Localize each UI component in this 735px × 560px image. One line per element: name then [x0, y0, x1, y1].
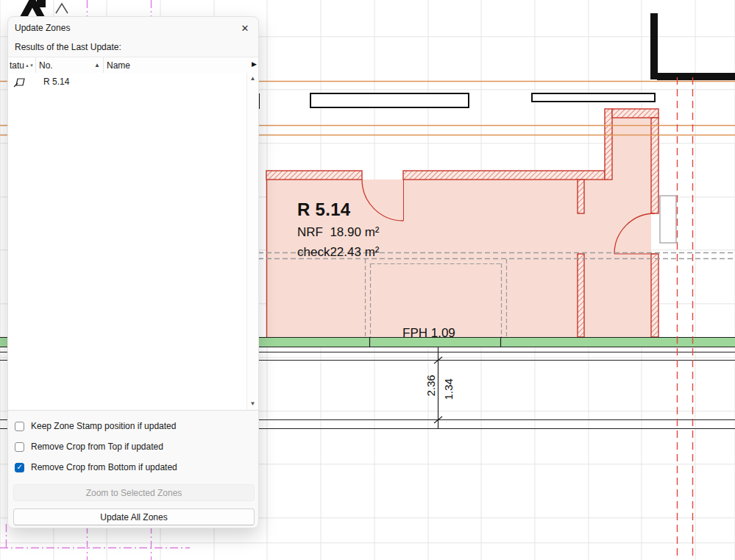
column-outline	[660, 196, 676, 243]
sort-down-icon: ▼	[29, 63, 34, 68]
checkbox-label: Remove Crop from Bottom if updated	[31, 462, 177, 472]
dialog-title: Update Zones	[15, 23, 70, 33]
checkbox-remove-crop-top[interactable]: Remove Crop from Top if updated	[15, 439, 252, 454]
close-button[interactable]: ✕	[238, 21, 252, 35]
zone-stamp-check: check22.43 m²	[297, 246, 380, 259]
table-body: R 5.14 ▲ ▼	[8, 73, 258, 410]
scroll-up-icon[interactable]: ▲	[247, 75, 258, 82]
column-header-name[interactable]: Name	[104, 57, 258, 73]
checkbox-box[interactable]	[15, 463, 24, 472]
checkbox-keep-zone-stamp[interactable]: Keep Zone Stamp position if updated	[15, 419, 252, 433]
checkbox-label: Remove Crop from Top if updated	[31, 442, 163, 452]
dimension-value: 2.36	[425, 369, 436, 402]
close-icon: ✕	[241, 23, 249, 34]
reference-lines-red	[678, 77, 693, 560]
column-name-label: Name	[107, 60, 130, 71]
column-no-label: No.	[39, 60, 53, 71]
table-header: tatu ▲▼ No. ▲ Name ▶	[8, 57, 258, 74]
update-zones-dialog: Update Zones ✕ Results of the Last Updat…	[7, 16, 259, 528]
checkbox-label: Keep Zone Stamp position if updated	[31, 421, 176, 431]
zones-table: tatu ▲▼ No. ▲ Name ▶	[8, 57, 258, 411]
table-row[interactable]: R 5.14	[8, 74, 246, 89]
scroll-right-icon[interactable]: ▶	[252, 60, 257, 68]
checkbox-remove-crop-bottom[interactable]: Remove Crop from Bottom if updated	[15, 460, 252, 475]
column-header-status[interactable]: tatu ▲▼	[8, 57, 36, 73]
zone-stamp-id[interactable]: R 5.14	[297, 200, 351, 219]
dimension-value: 1.34	[442, 373, 454, 405]
sort-asc-icon: ▲	[94, 62, 100, 68]
caret-icon	[56, 4, 68, 13]
fph-label: FPH 1.09	[402, 327, 455, 340]
scroll-down-icon[interactable]: ▼	[247, 400, 258, 407]
column-header-no[interactable]: No. ▲	[36, 57, 104, 73]
sort-icons: ▲▼	[25, 63, 34, 68]
vertical-scrollbar[interactable]: ▲ ▼	[246, 73, 258, 410]
row-zone-number: R 5.14	[43, 77, 69, 87]
results-label: Results of the Last Update:	[15, 42, 121, 52]
beam-outline	[310, 93, 655, 107]
zoom-to-selected-zones-button[interactable]: Zoom to Selected Zones	[13, 484, 255, 501]
checkbox-box[interactable]	[15, 442, 24, 452]
zone-stamp-area: NRF 18.90 m²	[297, 226, 379, 239]
checkbox-box[interactable]	[15, 422, 24, 431]
update-all-zones-button[interactable]: Update All Zones	[13, 508, 255, 525]
zone-polygon-icon	[13, 77, 26, 88]
column-status-label: tatu	[10, 60, 24, 71]
